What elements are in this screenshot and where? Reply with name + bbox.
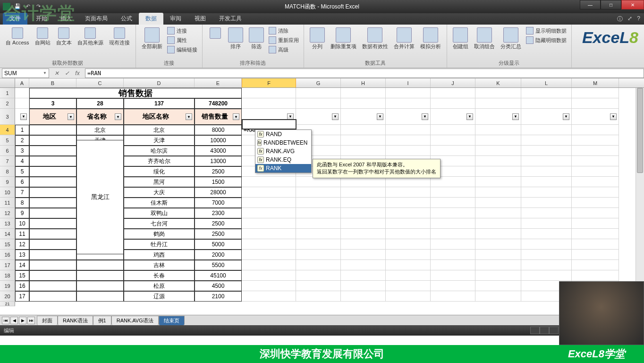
enter-formula-icon[interactable]: ✓: [63, 70, 71, 77]
cell[interactable]: [386, 229, 431, 239]
cell[interactable]: [242, 260, 296, 270]
help-icon[interactable]: ⓘ: [617, 15, 623, 23]
formula-input[interactable]: =RAN: [85, 69, 644, 78]
cell[interactable]: 10000: [195, 135, 242, 146]
cell[interactable]: [431, 260, 475, 270]
sheet-tab[interactable]: RANK.AVG语法: [111, 316, 159, 325]
cell[interactable]: [242, 177, 296, 187]
cell[interactable]: [431, 239, 475, 250]
cell[interactable]: [29, 146, 76, 156]
cell[interactable]: [431, 187, 475, 198]
header-b[interactable]: 地区▼: [29, 109, 76, 125]
cell[interactable]: [341, 187, 386, 198]
cell[interactable]: 长春: [124, 270, 195, 281]
cell[interactable]: [296, 218, 341, 229]
column-header-I[interactable]: I: [386, 78, 431, 87]
cell[interactable]: [475, 260, 521, 270]
filter-cell[interactable]: ▼: [341, 109, 386, 125]
column-header-L[interactable]: L: [521, 78, 572, 87]
cell[interactable]: [431, 218, 475, 229]
cell[interactable]: 8: [15, 198, 29, 208]
cell[interactable]: 17: [15, 291, 29, 302]
cell[interactable]: [29, 239, 76, 250]
cell[interactable]: [386, 146, 431, 156]
cell[interactable]: [521, 187, 572, 198]
tab-data[interactable]: 数据: [139, 13, 163, 25]
cell[interactable]: [242, 198, 296, 208]
filter-dropdown-icon[interactable]: ▼: [68, 113, 74, 120]
cell[interactable]: [296, 291, 341, 302]
filter-cell[interactable]: ▼: [296, 109, 341, 125]
header-d[interactable]: 地区名称▼: [124, 109, 195, 125]
vertical-scrollbar[interactable]: [636, 88, 644, 315]
cell[interactable]: [475, 98, 521, 109]
row-header[interactable]: 3: [0, 109, 15, 125]
cell[interactable]: [242, 239, 296, 250]
tab-dev[interactable]: 开发工具: [212, 13, 248, 25]
fx-icon[interactable]: fx: [74, 70, 81, 77]
cell[interactable]: [386, 135, 431, 146]
minimize-button[interactable]: —: [580, 0, 601, 9]
filter-dropdown-icon[interactable]: ▼: [332, 113, 339, 120]
cell[interactable]: [386, 291, 431, 302]
cell[interactable]: [431, 146, 475, 156]
cell[interactable]: 3: [29, 98, 76, 109]
chevron-down-icon[interactable]: ▼: [43, 71, 47, 75]
cell[interactable]: [431, 229, 475, 239]
filter-cell[interactable]: ▼: [572, 109, 619, 125]
cell[interactable]: [572, 146, 619, 156]
row-header[interactable]: 21: [0, 302, 15, 306]
sort-az-button[interactable]: [206, 26, 224, 40]
cell[interactable]: 6: [15, 177, 29, 187]
cell[interactable]: [386, 177, 431, 187]
filter-dropdown-icon[interactable]: ▼: [610, 113, 617, 120]
cell[interactable]: [242, 208, 296, 218]
cell[interactable]: [296, 229, 341, 239]
cell[interactable]: [242, 218, 296, 229]
cell[interactable]: [386, 198, 431, 208]
cell[interactable]: [521, 88, 572, 98]
cell[interactable]: [521, 229, 572, 239]
cell[interactable]: [521, 146, 572, 156]
cell[interactable]: [572, 218, 619, 229]
cell[interactable]: [521, 270, 572, 281]
filter-dropdown-icon[interactable]: ▼: [115, 113, 121, 120]
cell[interactable]: [341, 88, 386, 98]
cell[interactable]: 2300: [195, 208, 242, 218]
cell[interactable]: [29, 229, 76, 239]
cell[interactable]: 北京: [124, 125, 195, 135]
column-header-D[interactable]: D: [124, 78, 195, 87]
cell[interactable]: [521, 125, 572, 135]
cell[interactable]: 牡丹江: [124, 239, 195, 250]
cell[interactable]: [475, 177, 521, 187]
cell[interactable]: [296, 88, 341, 98]
cell[interactable]: 4500: [195, 281, 242, 291]
cell[interactable]: [341, 239, 386, 250]
cell[interactable]: [242, 88, 296, 98]
cell[interactable]: [475, 88, 521, 98]
cell[interactable]: [475, 135, 521, 146]
cell[interactable]: [386, 125, 431, 135]
cell[interactable]: 13: [15, 250, 29, 260]
name-box[interactable]: SUM▼: [2, 69, 49, 78]
cell[interactable]: 7: [15, 187, 29, 198]
cell[interactable]: [475, 198, 521, 208]
cell[interactable]: [341, 98, 386, 109]
cell[interactable]: [431, 177, 475, 187]
cell[interactable]: 43000: [195, 146, 242, 156]
cell[interactable]: [341, 250, 386, 260]
cell[interactable]: [341, 260, 386, 270]
cell[interactable]: 13000: [195, 156, 242, 166]
properties-button[interactable]: 属性: [166, 36, 198, 44]
row-header[interactable]: 9: [0, 177, 15, 187]
filter-dropdown-icon[interactable]: ▼: [233, 113, 239, 120]
cell[interactable]: 748200: [195, 98, 242, 109]
cell[interactable]: [296, 250, 341, 260]
cell[interactable]: 吉林: [124, 260, 195, 270]
cell[interactable]: [475, 187, 521, 198]
cell[interactable]: [296, 198, 341, 208]
row-header[interactable]: 19: [0, 281, 15, 291]
sheet-tab[interactable]: 结束页: [159, 316, 185, 325]
cell[interactable]: [29, 270, 76, 281]
minimize-ribbon-icon[interactable]: ⤢: [627, 15, 632, 23]
